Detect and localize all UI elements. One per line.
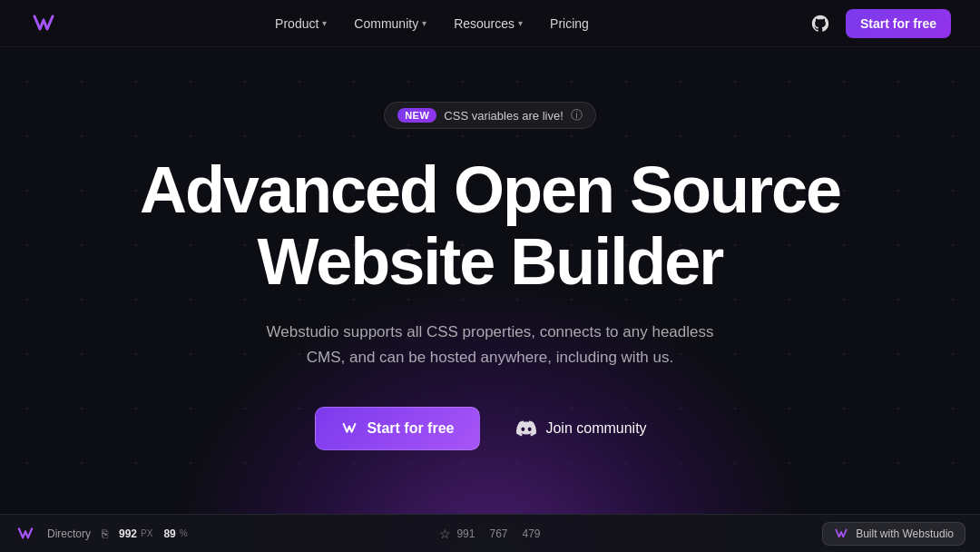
hero-title-line1: Advanced Open Source <box>140 153 840 226</box>
coord2: 767 <box>489 527 507 540</box>
zoom-value: 89 <box>163 527 175 540</box>
zoom-display: 89 % <box>163 527 187 540</box>
coord3: 479 <box>523 527 541 540</box>
bottom-logo[interactable] <box>15 523 36 545</box>
badge-message: CSS variables are live! <box>444 109 564 123</box>
hero-title: Advanced Open Source Website Builder <box>140 154 840 298</box>
bottom-center: ☆ 991 767 479 <box>331 527 648 541</box>
bottom-left: Directory ⎘ 992 PX 89 % <box>15 523 331 545</box>
directory-label: Directory <box>47 527 91 540</box>
copy-icon[interactable]: ⎘ <box>102 527 108 540</box>
navbar-center: Product ▾ Community ▾ Resources ▾ Pricin… <box>264 11 600 36</box>
nav-community[interactable]: Community ▾ <box>343 11 437 36</box>
nav-resources-label: Resources <box>454 16 514 31</box>
start-for-free-nav-button[interactable]: Start for free <box>846 9 951 38</box>
built-with-logo-icon <box>834 527 848 541</box>
built-with-label: Built with Webstudio <box>856 527 954 540</box>
bottom-right: Built with Webstudio <box>649 522 965 546</box>
bottom-bar: Directory ⎘ 992 PX 89 % ☆ 991 767 479 Bu… <box>0 514 980 552</box>
announcement-badge[interactable]: New CSS variables are live! ⓘ <box>384 102 596 129</box>
hero-title-line2: Website Builder <box>258 225 723 298</box>
width-value: 992 <box>119 527 137 540</box>
bottom-coordinates: 991 767 479 <box>456 527 540 540</box>
join-community-button[interactable]: Join community <box>498 406 664 451</box>
nav-product-label: Product <box>275 16 318 31</box>
width-display: 992 PX <box>119 527 152 540</box>
chevron-down-icon: ▾ <box>422 18 426 28</box>
start-for-free-button[interactable]: Start for free <box>315 407 480 450</box>
width-unit: PX <box>141 528 152 538</box>
new-badge-label: New <box>397 108 436 123</box>
logo[interactable] <box>29 9 58 38</box>
built-with-badge[interactable]: Built with Webstudio <box>822 522 965 546</box>
start-for-free-label: Start for free <box>367 420 454 437</box>
discord-icon <box>516 419 536 439</box>
nav-community-label: Community <box>354 16 418 31</box>
main-content: New CSS variables are live! ⓘ Advanced O… <box>0 47 980 451</box>
coord1: 991 <box>456 527 475 540</box>
join-community-label: Join community <box>545 420 646 437</box>
cta-buttons: Start for free Join community <box>315 406 664 451</box>
chevron-down-icon: ▾ <box>518 18 523 28</box>
directory-item[interactable]: Directory <box>47 527 91 540</box>
hero-subtitle: Webstudio supports all CSS properties, c… <box>245 320 735 369</box>
navbar-right: Start for free <box>806 9 951 38</box>
info-icon: ⓘ <box>571 107 583 123</box>
nav-pricing[interactable]: Pricing <box>539 11 600 36</box>
nav-pricing-label: Pricing <box>550 16 589 31</box>
nav-product[interactable]: Product ▾ <box>264 11 338 36</box>
chevron-down-icon: ▾ <box>322 18 327 28</box>
zoom-unit: % <box>180 528 188 538</box>
nav-resources[interactable]: Resources ▾ <box>443 11 534 36</box>
star-icon[interactable]: ☆ <box>439 527 451 541</box>
github-icon[interactable] <box>806 9 835 38</box>
navbar: Product ▾ Community ▾ Resources ▾ Pricin… <box>0 0 980 47</box>
w-icon <box>341 420 358 437</box>
navbar-left <box>29 9 58 38</box>
